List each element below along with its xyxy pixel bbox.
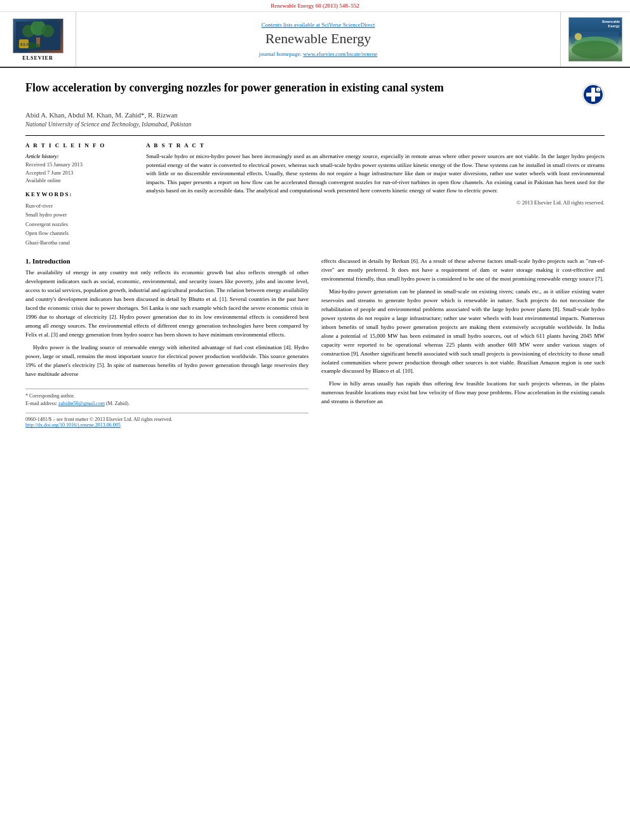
main-content: Flow acceleration by converging nozzles … bbox=[0, 68, 630, 441]
email-link[interactable]: zahidm56@gmail.com bbox=[58, 401, 105, 406]
keyword-3: Convergent nozzles bbox=[25, 220, 133, 229]
body-col-right: effects discussed in details by Berkun [… bbox=[321, 257, 605, 428]
available-online: Available online bbox=[25, 177, 133, 185]
body-para-r1: effects discussed in details by Berkun [… bbox=[321, 257, 605, 284]
authors: Abid A. Khan, Abdul M. Khan, M. Zahid*, … bbox=[25, 111, 605, 119]
elsevier-logo-area: ELS ELSEVIER bbox=[0, 12, 76, 67]
abstract-heading: A B S T R A C T bbox=[146, 142, 605, 149]
svg-point-10 bbox=[572, 41, 619, 59]
article-info-column: A R T I C L E I N F O Article history: R… bbox=[25, 142, 133, 247]
paper-title: Flow acceleration by converging nozzles … bbox=[25, 81, 572, 95]
svg-rect-15 bbox=[586, 93, 600, 97]
journal-cover-title: RenewableEnergy bbox=[602, 20, 620, 29]
body-col-left: 1. Introduction The availability of ener… bbox=[25, 257, 309, 428]
history-label: Article history: bbox=[25, 152, 133, 161]
logo-image: ELS bbox=[13, 18, 64, 53]
abstract-text: Small-scale hydro or micro-hydro power h… bbox=[146, 152, 605, 196]
svg-text:✓: ✓ bbox=[597, 89, 600, 92]
keywords-label: Keywords: bbox=[25, 191, 133, 197]
footnote-section: * Corresponding author. E-mail address: … bbox=[25, 389, 309, 406]
citation-text: Renewable Energy 60 (2013) 548–552 bbox=[271, 3, 359, 9]
elsevier-label: ELSEVIER bbox=[22, 55, 53, 61]
homepage-url[interactable]: www.elsevier.com/locate/renene bbox=[303, 51, 377, 57]
body-para-2: Hydro power is the leading source of ren… bbox=[25, 343, 309, 379]
body-para-r3: Flow in hilly areas usually has rapids t… bbox=[321, 380, 605, 406]
paper-title-section: Flow acceleration by converging nozzles … bbox=[25, 81, 605, 106]
doi-link[interactable]: http://dx.doi.org/10.1016/j.renene.2013.… bbox=[25, 422, 309, 428]
corresponding-author-note: * Corresponding author. bbox=[25, 393, 309, 399]
body-para-1: The availability of energy in any countr… bbox=[25, 269, 309, 340]
body-text-left: The availability of energy in any countr… bbox=[25, 269, 309, 378]
bottom-bar: 0960-1481/$ – see front matter © 2013 El… bbox=[25, 413, 309, 428]
accepted-date: Accepted 7 June 2013 bbox=[25, 169, 133, 177]
journal-header: ELS ELSEVIER Contents lists available at… bbox=[0, 12, 630, 68]
elsevier-logo: ELS ELSEVIER bbox=[13, 18, 64, 61]
sciverse-link-text[interactable]: SciVerse ScienceDirect bbox=[321, 22, 375, 28]
email-line: E-mail address: zahidm56@gmail.com (M. Z… bbox=[25, 401, 309, 406]
email-label: E-mail address: bbox=[25, 401, 57, 406]
body-columns: 1. Introduction The availability of ener… bbox=[25, 257, 605, 428]
svg-text:ELS: ELS bbox=[20, 42, 29, 47]
keyword-5: Ghazi-Barotha canal bbox=[25, 238, 133, 247]
journal-cover-image: RenewableEnergy bbox=[568, 17, 622, 62]
keyword-1: Run-of-river bbox=[25, 201, 133, 210]
email-name: (M. Zahid). bbox=[106, 401, 130, 406]
abstract-column: A B S T R A C T Small-scale hydro or mic… bbox=[146, 142, 605, 247]
svg-point-3 bbox=[41, 25, 54, 37]
article-info-abstract: A R T I C L E I N F O Article history: R… bbox=[25, 135, 605, 247]
corresponding-author-label: * Corresponding author. bbox=[25, 393, 75, 399]
body-para-r2: Mini-hydro power generation can be plann… bbox=[321, 288, 605, 376]
article-history: Article history: Received 15 January 201… bbox=[25, 152, 133, 185]
body-text-right: effects discussed in details by Berkun [… bbox=[321, 257, 605, 406]
keyword-2: Small hydro power bbox=[25, 210, 133, 219]
affiliation: National University of Science and Techn… bbox=[25, 121, 605, 128]
citation-bar: Renewable Energy 60 (2013) 548–552 bbox=[0, 0, 630, 12]
keywords-list: Run-of-river Small hydro power Convergen… bbox=[25, 201, 133, 247]
section-1-title: 1. Introduction bbox=[25, 257, 309, 265]
keyword-4: Open flow channels bbox=[25, 229, 133, 237]
issn-line: 0960-1481/$ – see front matter © 2013 El… bbox=[25, 417, 309, 422]
journal-cover-area: RenewableEnergy bbox=[560, 12, 630, 67]
journal-title: Renewable Energy bbox=[265, 30, 371, 47]
journal-homepage: journal homepage: www.elsevier.com/locat… bbox=[259, 51, 377, 57]
journal-header-center: Contents lists available at SciVerse Sci… bbox=[76, 12, 560, 67]
svg-point-11 bbox=[575, 33, 582, 40]
sciverse-info: Contents lists available at SciVerse Sci… bbox=[262, 22, 375, 28]
copyright-line: © 2013 Elsevier Ltd. All rights reserved… bbox=[146, 199, 605, 206]
article-info-heading: A R T I C L E I N F O bbox=[25, 142, 133, 149]
received-date: Received 15 January 2013 bbox=[25, 161, 133, 169]
keywords-section: Keywords: Run-of-river Small hydro power… bbox=[25, 191, 133, 247]
crossmark-badge[interactable]: ✓ bbox=[582, 83, 605, 106]
